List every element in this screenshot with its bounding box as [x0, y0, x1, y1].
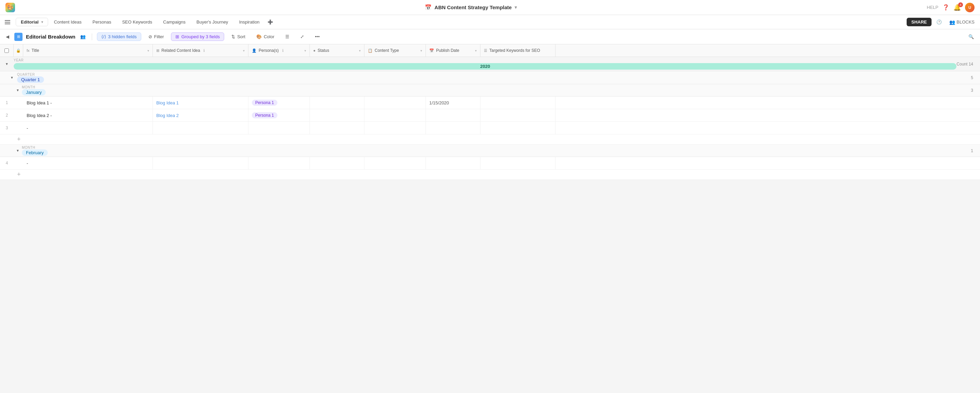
- quarter-group-1: QUARTER Quarter 1 5 MONTH January: [0, 71, 980, 180]
- cell-status[interactable]: [310, 122, 364, 134]
- blocks-icon: 👥: [949, 19, 955, 25]
- month-count-february: 1: [971, 148, 973, 153]
- col-status-sort: ▾: [359, 49, 361, 53]
- tab-inspiration[interactable]: Inspiration: [234, 18, 265, 26]
- cell-type[interactable]: [364, 122, 426, 134]
- cell-type[interactable]: [364, 157, 426, 169]
- quarter-row: QUARTER Quarter 1 5: [0, 71, 980, 84]
- share-view-icon[interactable]: 👥: [79, 33, 87, 41]
- col-header-personas[interactable]: 👤 Persona(s) ℹ ▾: [248, 45, 310, 57]
- grouped-button[interactable]: ⊞ Grouped by 3 fields: [171, 32, 224, 41]
- col-header-date[interactable]: 📅 Publish Date ▾: [426, 45, 480, 57]
- cell-related[interactable]: [153, 122, 248, 134]
- month-toggle-february[interactable]: [14, 149, 22, 153]
- cell-date[interactable]: 1/15/2020: [426, 97, 480, 109]
- quarter-toggle[interactable]: [7, 76, 17, 80]
- filter-button[interactable]: ⊘ Filter: [145, 32, 168, 41]
- col-status-label: Status: [318, 48, 329, 53]
- cell-title[interactable]: -: [23, 122, 153, 134]
- col-header-related[interactable]: ⊞ Related Content Idea ℹ ▾: [153, 45, 248, 57]
- column-headers: 🔒 fx Title ▾ ⊞ Related Content Idea ℹ ▾ …: [0, 45, 980, 57]
- hidden-fields-button[interactable]: ⟨/⟩ 3 hidden fields: [97, 32, 141, 41]
- month-toggle-january[interactable]: [14, 88, 22, 92]
- cell-keywords[interactable]: [480, 157, 555, 169]
- month-chevron: [16, 149, 19, 153]
- col-header-status[interactable]: ● Status ▾: [310, 45, 364, 57]
- quarter-label-area: QUARTER Quarter 1: [17, 73, 971, 83]
- cell-status[interactable]: [310, 157, 364, 169]
- cell-status[interactable]: [310, 97, 364, 109]
- sort-button[interactable]: ⇅ Sort: [228, 32, 249, 41]
- tab-buyers-journey-label: Buyer's Journey: [197, 19, 228, 25]
- hamburger-menu[interactable]: [3, 18, 12, 27]
- share-button[interactable]: SHARE: [907, 18, 932, 26]
- tab-personas[interactable]: Personas: [88, 18, 116, 26]
- tab-content-ideas[interactable]: Content Ideas: [49, 18, 87, 26]
- search-button[interactable]: 🔍: [966, 32, 976, 41]
- tab-campaigns[interactable]: Campaigns: [158, 18, 191, 26]
- cell-keywords[interactable]: [480, 97, 555, 109]
- tab-seo-keywords[interactable]: SEO Keywords: [117, 18, 157, 26]
- app-title-area: 📅 ABN Content Strategy Template ▾: [425, 4, 517, 11]
- cell-date-text: 1/15/2020: [429, 100, 449, 105]
- tab-editorial[interactable]: Editorial ▾: [16, 18, 48, 26]
- collapse-button[interactable]: ◀: [4, 33, 11, 40]
- year-toggle[interactable]: [0, 62, 14, 66]
- expand-button[interactable]: ⤢: [296, 32, 308, 41]
- add-row-january[interactable]: +: [0, 134, 980, 145]
- top-bar: 🎨 📅 ABN Content Strategy Template ▾ HELP…: [0, 0, 980, 15]
- cell-related[interactable]: [153, 157, 248, 169]
- year-meta-label: YEAR: [14, 58, 956, 62]
- add-row-february[interactable]: +: [0, 170, 980, 180]
- select-all-checkbox[interactable]: [5, 48, 9, 53]
- add-tab-button[interactable]: ➕: [266, 18, 275, 27]
- cell-title[interactable]: -: [23, 157, 153, 169]
- cell-date[interactable]: [426, 109, 480, 121]
- col-header-type[interactable]: 📋 Content Type ▾: [364, 45, 426, 57]
- quarter-meta: QUARTER: [17, 73, 44, 76]
- status-icon: ●: [313, 48, 316, 53]
- toolbar-separator: [92, 33, 92, 40]
- cell-keywords[interactable]: [480, 109, 555, 121]
- cell-type[interactable]: [364, 97, 426, 109]
- cell-personas[interactable]: [248, 122, 310, 134]
- cell-title[interactable]: Blog Idea 1 -: [23, 97, 153, 109]
- tab-seo-label: SEO Keywords: [122, 19, 152, 25]
- color-button[interactable]: 🎨 Color: [253, 32, 278, 41]
- cell-status[interactable]: [310, 109, 364, 121]
- cell-date[interactable]: [426, 122, 480, 134]
- col-related-info[interactable]: ℹ: [204, 48, 205, 53]
- month-count-january: 3: [971, 88, 973, 93]
- table-row: 3 -: [0, 122, 980, 134]
- group-year-2020: YEAR 2020 Count 14 QUARTER Quarter 1 5: [0, 57, 980, 180]
- help-label[interactable]: HELP: [927, 5, 939, 10]
- blocks-button[interactable]: 👥 BLOCKS: [947, 18, 977, 26]
- col-personas-info[interactable]: ℹ: [282, 48, 283, 53]
- row-number: 2: [0, 113, 14, 118]
- more-options-button[interactable]: •••: [311, 32, 323, 41]
- cell-related[interactable]: Blog Idea 1: [153, 97, 248, 109]
- user-avatar[interactable]: U: [965, 3, 975, 12]
- tab-editorial-dropdown[interactable]: ▾: [41, 20, 43, 24]
- history-icon[interactable]: 🕐: [934, 18, 944, 27]
- tab-buyers-journey[interactable]: Buyer's Journey: [191, 18, 234, 26]
- year-row: YEAR 2020 Count 14: [0, 57, 980, 71]
- cell-date[interactable]: [426, 157, 480, 169]
- help-icon[interactable]: ❓: [942, 4, 949, 11]
- notification-bell[interactable]: 🔔 4: [953, 4, 961, 11]
- cell-title[interactable]: Blog Idea 2 -: [23, 109, 153, 121]
- col-header-title[interactable]: fx Title ▾: [23, 45, 153, 57]
- col-header-keywords[interactable]: ☰ Targeted Keywords for SEO: [480, 45, 555, 57]
- cell-related[interactable]: Blog Idea 2: [153, 109, 248, 121]
- col-related-label: Related Content Idea: [161, 48, 200, 53]
- header-checkbox[interactable]: [0, 45, 14, 57]
- cell-personas[interactable]: Persona 1: [248, 97, 310, 109]
- cell-type[interactable]: [364, 109, 426, 121]
- cell-keywords[interactable]: [480, 122, 555, 134]
- cell-personas[interactable]: Persona 1: [248, 109, 310, 121]
- title-dropdown-arrow[interactable]: ▾: [515, 5, 517, 10]
- persona-chip: Persona 1: [252, 100, 277, 106]
- filter-label: Filter: [154, 34, 164, 39]
- cell-personas[interactable]: [248, 157, 310, 169]
- row-height-button[interactable]: ☰: [282, 32, 293, 41]
